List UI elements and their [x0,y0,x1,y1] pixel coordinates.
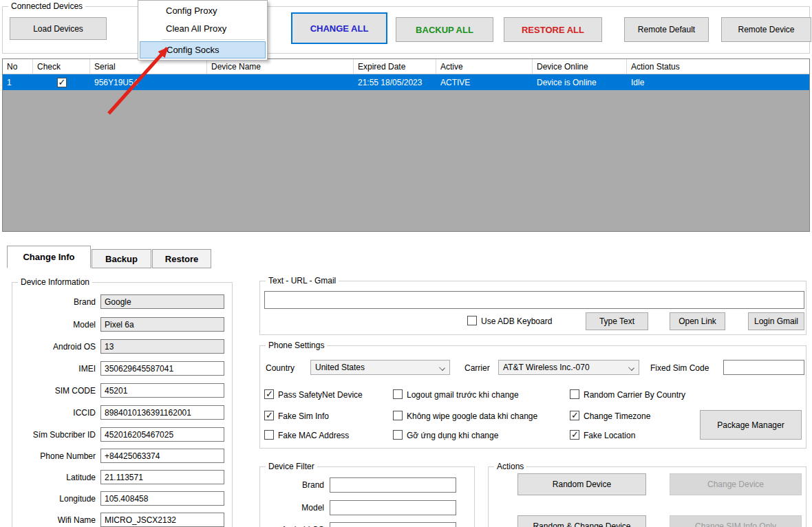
column-header-expired-date[interactable]: Expired Date [354,59,436,74]
text-url-gmail-label: Text - URL - Gmail [266,276,339,286]
actions-group: Actions Random Device Change Device Rand… [488,466,806,527]
android-os-field[interactable] [100,339,224,354]
fixed-sim-code-field[interactable] [723,360,804,375]
country-value: United States [315,363,365,372]
filter-android-os-field[interactable] [330,522,456,527]
row-checkbox[interactable] [57,78,67,87]
uninstall-apps-label: Gỡ ứng dụng khi change [407,431,498,440]
imei-label: IMEI [12,364,96,374]
wifi-name-label: Wifi Name [12,515,96,525]
cell-active: ACTIVE [436,74,533,90]
wifi-name-field[interactable] [100,513,224,527]
carrier-dropdown[interactable]: AT&T Wireless Inc.-070 [498,360,639,375]
cell-device-name [207,74,354,90]
random-device-button[interactable]: Random Device [517,473,646,495]
column-header-action-status[interactable]: Action Status [627,59,809,74]
context-menu: Config Proxy Clean All Proxy Config Sock… [138,0,268,61]
text-url-gmail-group: Text - URL - Gmail Use ADB Keyboard Type… [259,281,806,335]
use-adb-keyboard-checkbox[interactable] [467,316,477,325]
imei-field[interactable] [100,361,224,376]
fake-mac-address-checkbox[interactable] [264,430,274,440]
use-adb-keyboard-label: Use ADB Keyboard [481,316,552,326]
restore-all-button[interactable]: RESTORE ALL [504,17,602,42]
change-sim-info-only-button[interactable]: Change SIM Info Only [670,515,802,527]
column-header-device-name[interactable]: Device Name [207,59,354,74]
brand-field[interactable] [100,294,224,309]
brand-label: Brand [12,297,96,307]
sim-code-field[interactable] [100,383,224,398]
menu-item-clean-all-proxy[interactable]: Clean All Proxy [140,20,266,37]
logout-gmail-checkbox[interactable] [393,389,403,399]
sim-subscriber-id-field[interactable] [100,427,224,442]
fake-location-checkbox[interactable] [570,430,579,440]
logout-gmail-label: Logout gmail trước khi change [407,390,519,400]
chevron-down-icon [439,365,445,371]
open-link-button[interactable]: Open Link [670,312,725,330]
text-url-input[interactable] [264,291,804,309]
phone-settings-label: Phone Settings [266,341,327,350]
menu-item-config-proxy[interactable]: Config Proxy [140,2,266,19]
menu-item-config-socks[interactable]: Config Socks [140,41,266,58]
backup-all-button[interactable]: BACKUP ALL [396,17,493,42]
filter-brand-label: Brand [260,480,324,490]
change-all-button[interactable]: CHANGE ALL [291,12,387,44]
uninstall-apps-checkbox[interactable] [393,430,403,440]
change-timezone-label: Change Timezone [584,411,650,421]
change-device-button[interactable]: Change Device [670,473,802,495]
latitude-field[interactable] [100,470,224,484]
device-table-header: No Check Serial Device Name Expired Date… [3,59,809,74]
sim-subscriber-id-label: Sím Subcriber ID [12,430,96,440]
tab-restore[interactable]: Restore [152,249,211,268]
app-window: Connected Devices Load Devices CHANGE AL… [0,0,812,527]
longitude-label: Longitude [12,494,96,504]
model-field[interactable] [100,317,224,332]
package-manager-button[interactable]: Package Manager [700,410,802,440]
sim-code-label: SIM CODE [12,386,96,396]
pass-safetynet-label: Pass SafetyNet Device [278,390,363,400]
longitude-field[interactable] [100,491,224,506]
table-row[interactable]: 1 956Y19U54 21:55 18/05/2023 ACTIVE Devi… [3,74,809,90]
tab-change-info[interactable]: Change Info [7,246,91,268]
change-timezone-checkbox[interactable] [570,411,579,420]
column-header-no[interactable]: No [3,59,33,74]
no-wipe-google-data-label: Không wipe google data khi change [407,411,537,421]
login-gmail-button[interactable]: Login Gmail [748,312,804,330]
column-header-active[interactable]: Active [436,59,533,74]
cell-no: 1 [3,74,33,90]
column-header-serial[interactable]: Serial [90,59,207,74]
iccid-label: ICCID [12,408,96,418]
country-dropdown[interactable]: United States [310,360,450,375]
no-wipe-google-data-checkbox[interactable] [393,411,403,420]
remote-device-button[interactable]: Remote Device [721,17,811,42]
iccid-field[interactable] [100,405,224,420]
random-carrier-checkbox[interactable] [570,389,579,399]
carrier-value: AT&T Wireless Inc.-070 [503,363,590,372]
phone-number-label: Phone Number [12,451,96,461]
fake-location-label: Fake Location [584,431,635,440]
cell-action-status: Idle [627,74,809,90]
fake-sim-info-checkbox[interactable] [264,411,274,420]
pass-safetynet-checkbox[interactable] [264,389,274,399]
random-change-device-button[interactable]: Random & Change Device [517,515,646,527]
load-devices-button[interactable]: Load Devices [10,17,107,40]
filter-model-field[interactable] [330,500,456,515]
phone-settings-group: Phone Settings Country United States Car… [259,345,806,449]
column-header-device-online[interactable]: Device Online [533,59,627,74]
phone-number-field[interactable] [100,449,224,463]
type-text-button[interactable]: Type Text [586,312,648,330]
device-information-label: Device Information [18,277,92,287]
carrier-label: Carrier [464,363,490,373]
android-os-label: Android OS [12,342,96,352]
cell-serial: 956Y19U54 [90,74,207,90]
filter-brand-field[interactable] [330,477,456,493]
remote-default-button[interactable]: Remote Default [624,17,709,42]
device-table: No Check Serial Device Name Expired Date… [2,58,810,232]
tab-backup[interactable]: Backup [92,249,151,268]
column-header-check[interactable]: Check [33,59,90,74]
device-filter-group: Device Filter Brand Model Android OS [259,466,475,527]
fake-sim-info-label: Fake Sim Info [278,411,329,421]
country-label: Country [266,363,295,373]
latitude-label: Latitude [12,473,96,482]
chevron-down-icon [628,365,634,371]
cell-check [33,74,90,90]
